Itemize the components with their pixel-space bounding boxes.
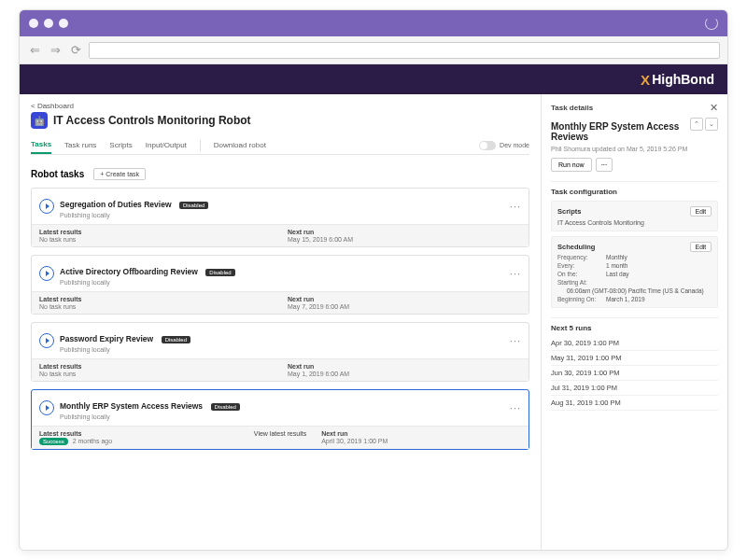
details-task-title: Monthly ERP System Access Reviews (551, 121, 690, 142)
latest-results-label: Latest results (39, 296, 273, 302)
scripts-label: Scripts (557, 207, 581, 216)
details-header: Task details (551, 104, 593, 112)
latest-results-label: Latest results (39, 430, 239, 437)
scheduling-label: Scheduling (557, 243, 595, 251)
play-icon[interactable] (39, 333, 54, 348)
run-now-button[interactable]: Run now (551, 158, 592, 172)
close-icon[interactable]: ✕ (710, 102, 718, 114)
next-run-label: Next run (288, 296, 521, 302)
main-content: < Dashboard 🤖 IT Access Controls Monitor… (20, 94, 541, 550)
task-subtext: Publishing locally (60, 346, 190, 353)
start-k: Starting At: (557, 279, 606, 286)
task-card[interactable]: Active Directory Offboarding Review Disa… (31, 255, 529, 315)
task-card-selected[interactable]: Monthly ERP System Access Reviews Disabl… (31, 389, 529, 450)
tab-scripts[interactable]: Scripts (109, 137, 132, 153)
more-icon[interactable]: ··· (510, 402, 521, 413)
disabled-badge: Disabled (211, 403, 240, 411)
reload-icon[interactable] (705, 17, 718, 30)
latest-results-value: No task runs (39, 371, 273, 377)
dev-mode-label: Dev mode (500, 142, 529, 148)
next-run-label: Next run (321, 430, 521, 437)
next-run-value: May 1, 2019 6:00 AM (288, 371, 521, 377)
window-dot[interactable] (29, 19, 38, 28)
url-input[interactable] (89, 42, 720, 59)
latest-results-value: No task runs (39, 236, 273, 243)
task-details-panel: Task details ✕ Monthly ERP System Access… (541, 94, 727, 550)
tab-download-robot[interactable]: Download robot (214, 137, 266, 153)
brand-logo[interactable]: X HighBond (641, 72, 714, 88)
view-latest-results-link[interactable]: View latest results (247, 427, 314, 449)
next-run-value: May 7, 2019 6:00 AM (288, 303, 521, 310)
begin-k: Beginning On: (557, 296, 606, 302)
next-run-label: Next run (288, 229, 521, 235)
next-run-item: May 31, 2019 1:00 PM (551, 351, 718, 366)
tabs: Tasks Task runs Scripts Input/Output Dow… (31, 136, 529, 155)
breadcrumb[interactable]: < Dashboard (31, 102, 529, 110)
tab-tasks[interactable]: Tasks (31, 136, 51, 154)
task-name: Active Directory Offboarding Review (60, 267, 198, 276)
task-card[interactable]: Password Expiry Review Disabled Publishi… (31, 322, 529, 382)
toggle-switch-icon[interactable] (479, 141, 496, 150)
brand-mark-icon: X (641, 72, 650, 88)
task-name: Password Expiry Review (60, 334, 153, 343)
more-icon[interactable]: ··· (510, 335, 521, 346)
edit-scripts-button[interactable]: Edit (690, 206, 712, 217)
details-meta: Phil Shomura updated on Mar 5, 2019 5:26… (551, 146, 718, 152)
task-subtext: Publishing locally (60, 279, 235, 286)
scripts-value: IT Access Controls Monitoring (557, 219, 712, 226)
next-task-button[interactable]: ⌄ (705, 118, 718, 131)
window-dot[interactable] (59, 19, 68, 28)
browser-toolbar: ⇐ ⇒ ⟳ (20, 36, 727, 64)
back-icon[interactable]: ⇐ (27, 43, 42, 58)
freq-v: Monthly (606, 254, 627, 260)
create-task-button[interactable]: + Create task (93, 168, 146, 180)
task-config-title: Task configuration (551, 188, 718, 196)
forward-icon[interactable]: ⇒ (48, 43, 63, 58)
task-subtext: Publishing locally (60, 212, 208, 218)
brand-name: HighBond (652, 72, 714, 87)
next-run-item: Aug 31, 2019 1:00 PM (551, 396, 718, 411)
next-runs-title: Next 5 runs (551, 324, 718, 332)
disabled-badge: Disabled (205, 269, 234, 276)
on-k: On the: (557, 271, 606, 277)
page-title: IT Access Controls Monitoring Robot (53, 114, 251, 127)
begin-v: March 1, 2019 (606, 296, 645, 302)
tab-input-output[interactable]: Input/Output (146, 137, 187, 153)
refresh-icon[interactable]: ⟳ (68, 43, 83, 58)
app-header: X HighBond (20, 64, 727, 94)
latest-results-value: 2 months ago (73, 438, 112, 444)
freq-k: Frequency: (557, 254, 606, 260)
start-v: 06:00am (GMT-08:00) Pacific Time (US & C… (567, 287, 704, 294)
success-badge: Success (39, 438, 68, 445)
latest-results-value: No task runs (39, 303, 273, 310)
section-title: Robot tasks (31, 169, 84, 179)
play-icon[interactable] (39, 266, 54, 281)
task-card[interactable]: Segregation of Duties Review Disabled Pu… (31, 188, 529, 247)
next-run-value: April 30, 2019 1:00 PM (321, 438, 521, 444)
next-run-value: May 15, 2019 6:00 AM (288, 236, 521, 243)
more-actions-button[interactable]: ··· (596, 158, 613, 172)
next-run-label: Next run (288, 363, 521, 370)
more-icon[interactable]: ··· (510, 201, 521, 212)
every-v: 1 month (606, 262, 628, 269)
task-name: Monthly ERP System Access Reviews (60, 401, 203, 411)
next-run-item: Jun 30, 2019 1:00 PM (551, 366, 718, 381)
play-icon[interactable] (39, 400, 54, 415)
task-subtext: Publishing locally (60, 413, 240, 420)
every-k: Every: (557, 262, 606, 269)
prev-task-button[interactable]: ⌃ (690, 118, 703, 131)
dev-mode-toggle[interactable]: Dev mode (479, 141, 529, 150)
more-icon[interactable]: ··· (510, 268, 521, 279)
latest-results-label: Latest results (39, 229, 273, 235)
on-v: Last day (606, 271, 629, 277)
disabled-badge: Disabled (162, 336, 190, 343)
tab-task-runs[interactable]: Task runs (64, 137, 96, 153)
disabled-badge: Disabled (179, 202, 208, 209)
edit-scheduling-button[interactable]: Edit (690, 242, 712, 252)
next-run-item: Apr 30, 2019 1:00 PM (551, 336, 718, 351)
divider (200, 140, 201, 151)
latest-results-label: Latest results (39, 363, 273, 370)
browser-frame: ⇐ ⇒ ⟳ X HighBond < Dashboard 🤖 IT Access… (19, 9, 728, 551)
window-dot[interactable] (44, 19, 53, 28)
play-icon[interactable] (39, 199, 54, 214)
